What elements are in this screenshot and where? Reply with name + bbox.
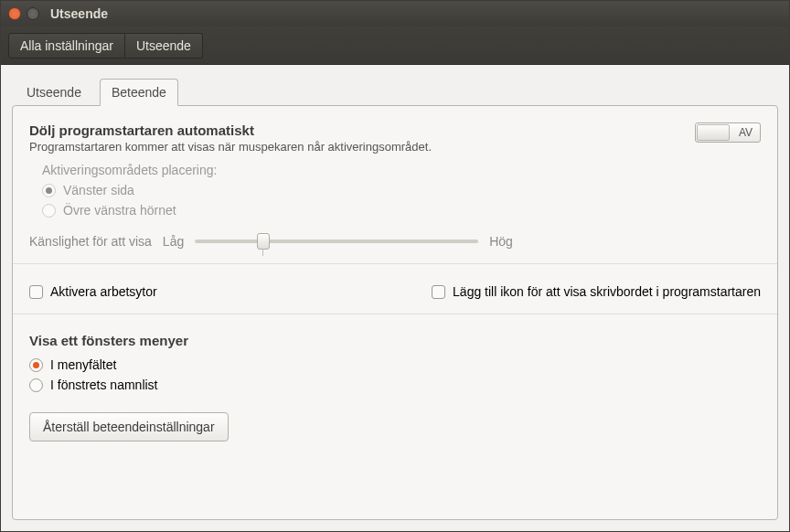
tab-behaviour[interactable]: Beteende: [100, 79, 178, 106]
radio-titlebar[interactable]: [29, 378, 43, 392]
autohide-subtitle: Programstartaren kommer att visas när mu…: [29, 140, 432, 154]
divider: [13, 263, 777, 264]
workspace-row: Aktivera arbetsytor Lägg till ikon för a…: [29, 279, 761, 299]
settings-window: Utseende Alla inställningar Utseende Uts…: [0, 0, 790, 532]
menus-title: Visa ett fönsters menyer: [29, 333, 761, 348]
menus-titlebar-row[interactable]: I fönstrets namnlist: [29, 378, 761, 392]
sensitivity-high-label: Hög: [489, 234, 513, 249]
radio-left-side: [42, 184, 56, 197]
slider-tick: [262, 249, 263, 256]
menus-menubar-row[interactable]: I menyfältet: [29, 357, 761, 372]
all-settings-button[interactable]: Alla inställningar: [8, 33, 125, 59]
reveal-sensitivity-slider: [195, 239, 478, 243]
reveal-sensitivity-row: Känslighet för att visa Låg Hög: [29, 234, 761, 249]
checkbox-desktop-icon-label: Lägg till ikon för att visa skrivbordet …: [453, 284, 761, 299]
behaviour-panel: Dölj programstartaren automatiskt Progra…: [12, 105, 778, 520]
reset-behaviour-button[interactable]: Återställ beteendeinställningar: [29, 412, 229, 442]
slider-thumb: [257, 233, 270, 250]
minimize-icon[interactable]: [27, 7, 39, 20]
reveal-area-label: Aktiveringsområdets placering:: [42, 163, 761, 177]
desktop-icon-check-row[interactable]: Lägg till ikon för att visa skrivbordet …: [432, 284, 761, 299]
toolbar: Alla inställningar Utseende: [1, 27, 789, 65]
reveal-area-topleft-row: Övre vänstra hörnet: [42, 203, 761, 218]
reveal-area-left-row: Vänster sida: [42, 183, 761, 197]
tab-bar: Utseende Beteende: [12, 78, 778, 105]
toggle-label: AV: [739, 126, 760, 139]
radio-left-side-label: Vänster sida: [63, 183, 134, 197]
window-title: Utseende: [50, 6, 108, 21]
autohide-title: Dölj programstartaren automatiskt: [29, 122, 432, 138]
sensitivity-low-label: Låg: [163, 234, 184, 249]
checkbox-desktop-icon[interactable]: [432, 285, 445, 299]
checkbox-workspaces[interactable]: [29, 285, 43, 299]
radio-titlebar-label: I fönstrets namnlist: [50, 378, 158, 392]
radio-top-left-corner: [42, 204, 56, 218]
divider: [13, 314, 777, 314]
content-area: Utseende Beteende Dölj programstartaren …: [1, 65, 789, 531]
section-button[interactable]: Utseende: [125, 33, 203, 59]
checkbox-workspaces-label: Aktivera arbetsytor: [50, 284, 157, 299]
radio-menu-bar-label: I menyfältet: [50, 357, 116, 372]
autohide-toggle[interactable]: AV: [695, 122, 761, 143]
workspaces-check-row[interactable]: Aktivera arbetsytor: [29, 284, 157, 299]
radio-menu-bar[interactable]: [29, 358, 43, 372]
reveal-area-group: Aktiveringsområdets placering: Vänster s…: [42, 163, 761, 218]
tab-appearance[interactable]: Utseende: [16, 80, 92, 105]
radio-top-left-corner-label: Övre vänstra hörnet: [63, 203, 176, 218]
reveal-sensitivity-label: Känslighet för att visa: [29, 234, 152, 249]
autohide-text: Dölj programstartaren automatiskt Progra…: [29, 122, 432, 154]
close-icon[interactable]: [8, 7, 21, 20]
autohide-header-row: Dölj programstartaren automatiskt Progra…: [29, 122, 761, 154]
menus-section: Visa ett fönsters menyer I menyfältet I …: [29, 333, 761, 392]
toggle-knob: [697, 124, 730, 141]
titlebar[interactable]: Utseende: [1, 1, 789, 27]
